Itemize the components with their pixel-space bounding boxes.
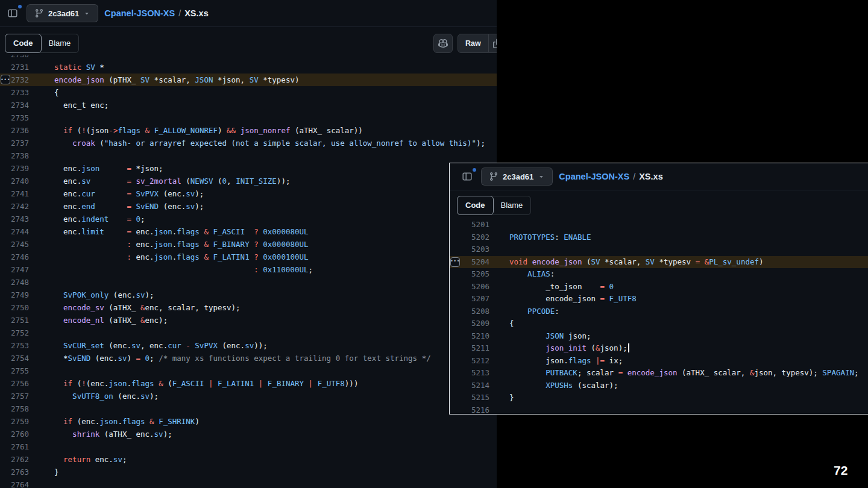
line-number[interactable]: 5208	[450, 305, 489, 318]
code-text: XPUSHs (scalar);	[509, 380, 618, 392]
line-number[interactable]: 2763	[0, 466, 29, 478]
line-number[interactable]: 2733	[0, 86, 29, 99]
line-number[interactable]: 2735	[0, 111, 29, 124]
line-number[interactable]: 5214	[450, 380, 489, 392]
line-number[interactable]: 2737	[0, 137, 29, 149]
code-text: enc.end = SvEND (enc.sv);	[54, 200, 204, 213]
line-number[interactable]: 5215	[450, 392, 489, 404]
line-number[interactable]: 2743	[0, 213, 29, 225]
line-number[interactable]: 2754	[0, 352, 29, 364]
branch-selector-button[interactable]: 2c3ad61	[27, 4, 98, 22]
line-number[interactable]: 2749	[0, 289, 29, 301]
code-text: : enc.json.flags & F_BINARY ? 0x000080UL	[54, 238, 309, 251]
line-number[interactable]: 2738	[0, 149, 29, 162]
line-number[interactable]: 5207	[450, 293, 489, 305]
code-text: enc.indent = 0;	[54, 213, 145, 225]
code-text: JSON json;	[509, 330, 591, 343]
code-line: 5207 encode_json = F_UTF8	[450, 293, 868, 305]
line-number[interactable]: 2751	[0, 314, 29, 327]
tab-blame[interactable]: Blame	[493, 196, 531, 214]
code-line: 2750 encode_sv (aTHX_ &enc, scalar, type…	[0, 301, 497, 314]
code-line: 2748	[0, 276, 497, 289]
line-number[interactable]: 5210	[450, 330, 489, 343]
code-text: SvCUR_set (enc.sv, enc.cur - SvPVX (enc.…	[54, 339, 268, 352]
breadcrumb-file-name: XS.xs	[184, 8, 209, 18]
breadcrumb-repo-link[interactable]: Cpanel-JSON-XS	[104, 8, 175, 18]
text-cursor	[628, 343, 629, 352]
code-text: : 0x110000UL;	[54, 263, 313, 276]
raw-button[interactable]: Raw	[458, 34, 489, 53]
line-number[interactable]: 2734	[0, 99, 29, 111]
code-line: 5201	[450, 219, 868, 231]
code-text: PPCODE:	[509, 305, 559, 318]
line-number[interactable]: 2758	[0, 402, 29, 415]
line-number[interactable]: 2761	[0, 440, 29, 453]
file-tree-toggle-button[interactable]	[459, 169, 475, 184]
code-line: 2759 if (enc.json.flags & F_SHRINK)	[0, 415, 497, 428]
line-number[interactable]: 2730	[0, 55, 29, 61]
line-number[interactable]: 2747	[0, 263, 29, 276]
line-number[interactable]: 2756	[0, 377, 29, 390]
code-line: 2749 SvPOK_only (enc.sv);	[0, 289, 497, 301]
line-number[interactable]: 2740	[0, 175, 29, 187]
breadcrumb: Cpanel-JSON-XS / XS.xs	[104, 8, 208, 18]
code-line: 2756 if (!(enc.json.flags & (F_ASCII | F…	[0, 377, 497, 390]
line-number[interactable]: 2753	[0, 339, 29, 352]
branch-selector-button[interactable]: 2c3ad61	[481, 167, 553, 186]
tab-code[interactable]: Code	[5, 34, 42, 53]
chevron-down-icon	[538, 173, 545, 180]
tab-blame[interactable]: Blame	[41, 34, 79, 52]
line-number[interactable]: 5216	[450, 404, 489, 414]
code-line: 2742 enc.end = SvEND (enc.sv);	[0, 200, 497, 213]
line-number[interactable]: 2760	[0, 428, 29, 440]
line-number[interactable]: 2731	[0, 61, 29, 74]
code-text: PROTOTYPES: ENABLE	[509, 231, 591, 244]
line-number[interactable]: 2755	[0, 364, 29, 377]
code-text: }	[54, 466, 59, 478]
line-number[interactable]: 2746	[0, 251, 29, 263]
tab-code[interactable]: Code	[457, 196, 494, 215]
code-line: 2736 if (!(json->flags & F_ALLOW_NONREF)…	[0, 124, 497, 137]
line-number[interactable]: 2750	[0, 301, 29, 314]
line-number[interactable]: 2764	[0, 478, 29, 488]
code-line: 2745 : enc.json.flags & F_BINARY ? 0x000…	[0, 238, 497, 251]
line-number[interactable]: 2741	[0, 187, 29, 200]
code-line-highlighted: 2732•••encode_json (pTHX_ SV *scalar, JS…	[0, 74, 497, 86]
code-line-highlighted: 5204•••void encode_json (SV *scalar, SV …	[450, 256, 868, 269]
code-line: 2753 SvCUR_set (enc.sv, enc.cur - SvPVX …	[0, 339, 497, 352]
branch-name: 2c3ad61	[48, 9, 79, 18]
line-number[interactable]: 5211	[450, 342, 489, 355]
code-text: : enc.json.flags & F_LATIN1 ? 0x000100UL	[54, 251, 309, 263]
file-tree-toggle-button[interactable]	[5, 5, 20, 21]
line-number[interactable]: 2742	[0, 200, 29, 213]
line-number[interactable]: 2744	[0, 225, 29, 238]
line-number[interactable]: 5202	[450, 231, 489, 244]
code-line: 2740 enc.sv = sv_2mortal (NEWSV (0, INIT…	[0, 175, 497, 187]
line-number[interactable]: 5205	[450, 268, 489, 281]
code-blame-tabs: Code Blame	[5, 34, 79, 53]
code-text: croak ("hash- or arrayref expected (not …	[54, 137, 485, 149]
line-number[interactable]: 2748	[0, 276, 29, 289]
line-number[interactable]: 5206	[450, 281, 489, 293]
line-number[interactable]: 2759	[0, 415, 29, 428]
line-number[interactable]: 2752	[0, 327, 29, 339]
line-actions-button[interactable]: •••	[1, 75, 10, 84]
code-text: enc.cur = SvPVX (enc.sv);	[54, 187, 204, 200]
breadcrumb-repo-link[interactable]: Cpanel-JSON-XS	[559, 172, 629, 181]
line-actions-button[interactable]: •••	[450, 257, 460, 267]
line-number[interactable]: 2736	[0, 124, 29, 137]
line-number[interactable]: 5212	[450, 355, 489, 368]
copilot-button[interactable]	[433, 34, 453, 53]
line-number[interactable]: 5201	[450, 219, 489, 231]
code-line: 2764	[0, 478, 497, 488]
line-number[interactable]: 2739	[0, 162, 29, 175]
code-line: 2754 *SvEND (enc.sv) = 0; /* many xs fun…	[0, 352, 497, 364]
line-number[interactable]: 5213	[450, 367, 489, 380]
line-number[interactable]: 2757	[0, 390, 29, 402]
line-number[interactable]: 2745	[0, 238, 29, 251]
line-number[interactable]: 2762	[0, 453, 29, 466]
copy-button[interactable]	[489, 34, 497, 53]
code-line: 2751 encode_nl (aTHX_ &enc);	[0, 314, 497, 327]
line-number[interactable]: 5209	[450, 318, 489, 330]
line-number[interactable]: 5203	[450, 243, 489, 256]
